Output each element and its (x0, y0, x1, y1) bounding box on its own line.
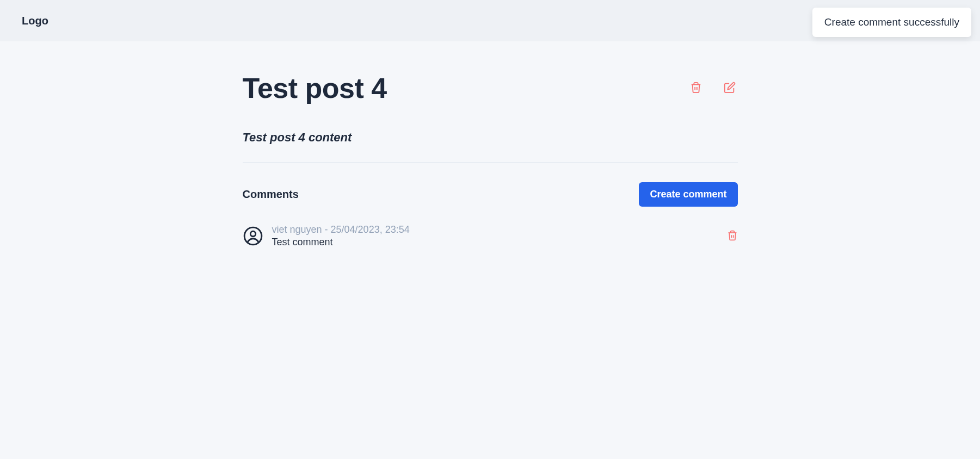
delete-comment-button[interactable] (727, 230, 738, 243)
trash-icon (690, 87, 702, 95)
comment-list: viet nguyen - 25/04/2023, 23:54 Test com… (243, 224, 738, 248)
create-comment-button[interactable]: Create comment (639, 182, 737, 207)
app-header: Logo Posts Add post Create comment succe… (0, 0, 980, 41)
comment-item: viet nguyen - 25/04/2023, 23:54 Test com… (243, 224, 738, 248)
trash-icon (727, 234, 738, 243)
comments-heading: Comments (243, 188, 299, 201)
post-actions (688, 79, 738, 97)
svg-point-4 (250, 231, 256, 237)
user-circle-icon (243, 226, 263, 246)
delete-post-button[interactable] (688, 79, 704, 97)
logo[interactable]: Logo (22, 15, 48, 27)
edit-post-button[interactable] (722, 79, 738, 97)
comment-text: Test comment (272, 237, 718, 248)
divider (243, 162, 738, 163)
comment-body: viet nguyen - 25/04/2023, 23:54 Test com… (272, 224, 718, 248)
main-content: Test post 4 (243, 41, 738, 270)
post-content: Test post 4 content (243, 131, 738, 145)
post-title: Test post 4 (243, 72, 387, 104)
toast-message: Create comment successfully (824, 16, 959, 28)
comment-meta: viet nguyen - 25/04/2023, 23:54 (272, 224, 718, 235)
toast-notification: Create comment successfully (812, 8, 971, 37)
comments-header: Comments Create comment (243, 182, 738, 207)
post-header: Test post 4 (243, 72, 738, 104)
edit-icon (724, 87, 736, 95)
